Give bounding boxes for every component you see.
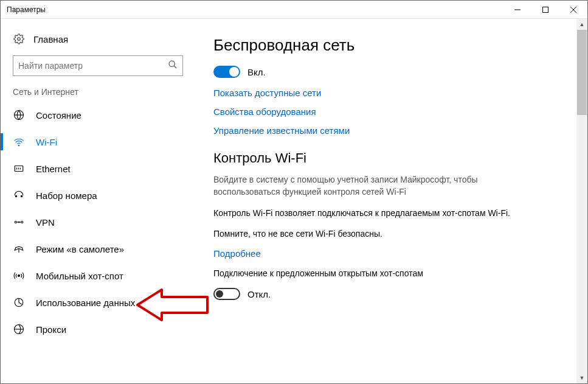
data-usage-icon — [13, 297, 25, 308]
wifi-sense-desc-text: Контроль Wi-Fi позволяет подключаться к … — [213, 207, 530, 219]
sidebar-item-label: Использование данных — [36, 298, 135, 308]
wifi-toggle-label: Вкл. — [247, 67, 266, 77]
sidebar-item-label: VPN — [36, 217, 55, 228]
section-heading-wifi-sense: Контроль Wi-Fi — [213, 150, 552, 166]
sidebar-item-airplane[interactable]: Режим «в самолете» — [1, 236, 195, 262]
link-show-networks[interactable]: Показать доступные сети — [213, 88, 552, 98]
link-hardware-properties[interactable]: Свойства оборудования — [213, 106, 552, 117]
sidebar-item-label: Состояние — [36, 110, 81, 120]
svg-point-21 — [18, 275, 20, 277]
svg-point-5 — [169, 61, 175, 66]
svg-rect-10 — [15, 166, 23, 172]
sidebar-item-datausage[interactable]: Использование данных — [1, 289, 195, 316]
scroll-thumb[interactable] — [577, 30, 587, 115]
vpn-icon — [13, 217, 25, 228]
globe-icon — [13, 110, 25, 120]
page-heading: Беспроводная сеть — [213, 36, 552, 55]
svg-point-9 — [18, 145, 19, 146]
open-hotspot-label: Подключение к предложенным открытым хот-… — [213, 267, 530, 279]
svg-point-15 — [21, 195, 22, 197]
sidebar-item-label: Режим «в самолете» — [36, 244, 124, 254]
main-panel: Беспроводная сеть Вкл. Показать доступны… — [195, 19, 576, 383]
sidebar-item-status[interactable]: Состояние — [1, 102, 195, 128]
sidebar-item-wifi[interactable]: Wi-Fi — [1, 128, 195, 155]
sidebar-item-label: Ethernet — [36, 164, 71, 174]
open-hotspot-toggle-row: Откл. — [213, 288, 552, 300]
search-input[interactable] — [18, 61, 168, 71]
ethernet-icon — [13, 163, 25, 174]
home-button[interactable]: Главная — [1, 30, 195, 53]
wifi-sense-signin-text: Войдите в систему с помощью учетной запи… — [213, 173, 530, 198]
sidebar-item-hotspot[interactable]: Мобильный хот-спот — [1, 262, 195, 289]
scroll-up-button[interactable]: ▲ — [576, 19, 587, 30]
settings-window: Параметры Главная — [0, 0, 588, 384]
hotspot-icon — [13, 270, 25, 281]
svg-point-19 — [18, 222, 19, 223]
link-learn-more[interactable]: Подробнее — [213, 248, 552, 259]
close-button[interactable] — [559, 1, 587, 19]
svg-point-16 — [15, 222, 16, 223]
svg-point-17 — [21, 222, 23, 223]
sidebar-nav: Состояние Wi-Fi Ethernet — [1, 102, 195, 343]
sidebar-item-label: Прокси — [36, 324, 66, 335]
titlebar: Параметры — [1, 1, 587, 19]
minimize-button[interactable] — [503, 1, 531, 19]
wifi-icon — [13, 136, 25, 147]
sidebar-category: Сеть и Интернет — [1, 87, 195, 102]
sidebar-item-vpn[interactable]: VPN — [1, 209, 195, 236]
link-manage-networks[interactable]: Управление известными сетями — [213, 125, 552, 136]
sidebar-item-ethernet[interactable]: Ethernet — [1, 155, 195, 182]
wifi-toggle-row: Вкл. — [213, 66, 552, 78]
svg-line-6 — [174, 66, 176, 68]
proxy-icon — [13, 324, 25, 335]
main-wrap: Беспроводная сеть Вкл. Показать доступны… — [195, 19, 587, 383]
sidebar-item-label: Мобильный хот-спот — [36, 271, 123, 281]
search-icon — [168, 60, 178, 72]
sidebar-item-dialup[interactable]: Набор номера — [1, 182, 195, 209]
wifi-sense-warning-text: Помните, что не все сети Wi-Fi безопасны… — [213, 228, 530, 240]
svg-rect-1 — [543, 7, 548, 12]
sidebar: Главная Сеть и Интернет Состояние — [1, 19, 195, 383]
vertical-scrollbar[interactable]: ▲ ▼ — [576, 19, 587, 383]
sidebar-item-label: Набор номера — [36, 190, 97, 201]
open-hotspot-toggle[interactable] — [213, 288, 240, 300]
content-area: Главная Сеть и Интернет Состояние — [1, 19, 587, 383]
open-hotspot-toggle-label: Откл. — [247, 289, 271, 299]
svg-point-14 — [15, 195, 16, 197]
gear-icon — [13, 33, 25, 44]
maximize-button[interactable] — [531, 1, 559, 19]
wifi-toggle[interactable] — [213, 66, 240, 78]
svg-point-4 — [18, 38, 21, 41]
window-controls — [503, 1, 587, 19]
home-label: Главная — [33, 34, 68, 44]
window-title: Параметры — [7, 5, 46, 14]
search-box[interactable] — [13, 55, 183, 76]
dialup-icon — [13, 190, 25, 201]
airplane-icon — [13, 243, 25, 254]
scroll-down-button[interactable]: ▼ — [576, 372, 587, 383]
sidebar-item-proxy[interactable]: Прокси — [1, 316, 195, 343]
scroll-track[interactable] — [576, 30, 587, 372]
sidebar-item-label: Wi-Fi — [36, 137, 57, 147]
